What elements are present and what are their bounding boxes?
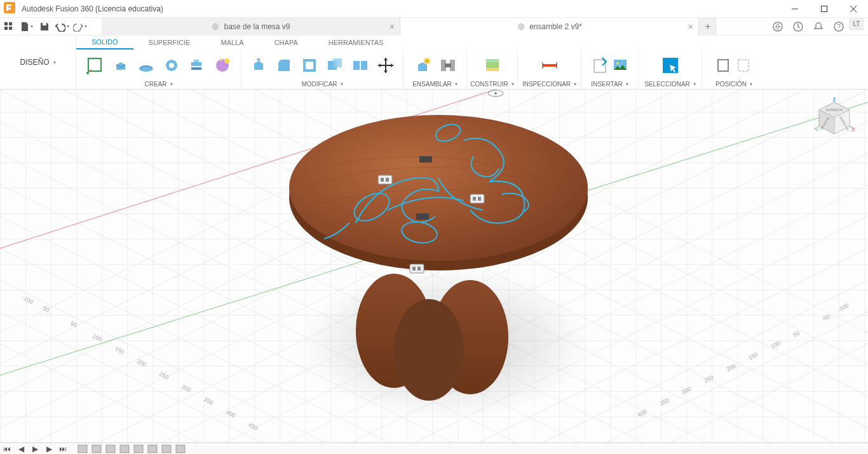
svg-rect-128 [120, 445, 129, 453]
panel-label[interactable]: INSERTAR▾ [591, 79, 628, 89]
svg-point-38 [616, 62, 619, 65]
insert-derive-icon[interactable] [592, 55, 608, 76]
panel-label[interactable]: CONSTRUIR▾ [470, 79, 513, 89]
select-icon[interactable] [660, 55, 681, 76]
close-icon[interactable]: × [390, 22, 395, 32]
timeline-feature[interactable] [161, 444, 173, 454]
svg-rect-7 [4, 27, 8, 30]
loft-icon[interactable] [186, 55, 208, 76]
timeline-feature[interactable] [147, 444, 159, 454]
panel-label[interactable]: SELECCIONAR▾ [644, 79, 696, 89]
move-icon[interactable] [375, 55, 397, 76]
svg-rect-14 [88, 58, 101, 71]
joint-icon[interactable] [437, 55, 459, 76]
construct-plane-icon[interactable] [482, 55, 503, 76]
notifications-button[interactable] [808, 18, 829, 36]
unground-icon[interactable] [736, 55, 752, 76]
sketch-icon[interactable] [85, 55, 106, 76]
tab-ensamble-2[interactable]: ensamble 2 v9* × [400, 18, 699, 36]
svg-rect-108 [419, 156, 432, 163]
workspace-switcher[interactable]: DISEÑO ▾ [0, 36, 76, 89]
svg-rect-105 [378, 175, 392, 184]
press-pull-icon[interactable] [248, 55, 269, 76]
panel-label[interactable]: POSICIÓN▾ [715, 79, 752, 89]
panel-crear: CREAR▾ [76, 50, 241, 89]
tab-base-de-la-mesa[interactable]: base de la mesa v9 × [102, 18, 400, 36]
timeline-feature[interactable] [175, 444, 187, 454]
timeline-play-button[interactable]: ▶ [28, 443, 42, 455]
viewport[interactable]: -100 -50 50 100 150 200 250 300 350 400 … [0, 90, 868, 443]
panel-label[interactable]: INSPECCIONAR▾ [522, 79, 576, 89]
title-bar: Autodesk Fusion 360 (Licencia educativa) [0, 0, 868, 18]
model[interactable] [273, 96, 629, 443]
svg-rect-41 [738, 60, 749, 71]
svg-rect-6 [9, 22, 12, 25]
extensions-button[interactable] [768, 18, 788, 36]
split-icon[interactable] [349, 55, 371, 76]
svg-text:250: 250 [158, 371, 170, 381]
window-title: Autodesk Fusion 360 (Licencia educativa) [22, 4, 780, 13]
redo-button[interactable]: ▾ [71, 18, 89, 36]
svg-rect-27 [333, 58, 342, 67]
timeline-feature[interactable] [91, 444, 104, 454]
svg-rect-126 [92, 445, 101, 453]
tab-label: ensamble 2 v9* [529, 22, 582, 31]
svg-text:-50: -50 [820, 313, 831, 323]
timeline-feature[interactable] [133, 444, 146, 454]
fillet-icon[interactable] [273, 55, 295, 76]
combine-icon[interactable] [324, 55, 346, 76]
tab-chapa[interactable]: CHAPA [259, 36, 313, 50]
svg-rect-2 [822, 6, 827, 11]
user-badge[interactable]: LT [849, 18, 864, 30]
insert-image-icon[interactable] [612, 55, 628, 76]
tab-solido[interactable]: SOLIDO [76, 36, 133, 50]
timeline-start-button[interactable]: ⏮ [0, 443, 14, 455]
svg-rect-127 [106, 445, 115, 453]
svg-text:200: 200 [725, 363, 736, 373]
timeline-feature[interactable] [119, 444, 132, 454]
timeline-forward-button[interactable]: ▶ [42, 443, 56, 455]
panel-label[interactable]: ENSAMBLAR▾ [412, 79, 458, 89]
save-button[interactable] [36, 18, 53, 36]
extrude-icon[interactable] [110, 55, 132, 76]
undo-button[interactable]: ▾ [53, 18, 71, 36]
document-tabs: base de la mesa v9 × ensamble 2 v9* × + [102, 18, 768, 36]
close-button[interactable] [839, 0, 868, 18]
svg-rect-110 [470, 194, 484, 203]
revolve-icon[interactable] [135, 55, 157, 76]
create-form-icon[interactable] [212, 55, 233, 76]
svg-text:200: 200 [136, 358, 147, 368]
new-tab-button[interactable]: + [699, 18, 717, 36]
measure-icon[interactable] [539, 55, 560, 76]
close-icon[interactable]: × [688, 22, 693, 32]
svg-text:-100: -100 [836, 302, 850, 313]
timeline-feature[interactable] [105, 444, 118, 454]
timeline-end-button[interactable]: ⏭ [56, 443, 70, 455]
data-panel-button[interactable] [0, 18, 18, 36]
svg-text:350: 350 [658, 397, 670, 407]
svg-rect-35 [486, 59, 499, 68]
maximize-button[interactable] [810, 0, 839, 18]
ground-icon[interactable] [715, 55, 732, 76]
panel-posicion: POSICIÓN▾ [702, 50, 766, 89]
timeline-back-button[interactable]: ◀ [14, 443, 28, 455]
panel-label[interactable]: CREAR▾ [144, 79, 172, 89]
tab-superficie[interactable]: SUPERFICIE [133, 36, 206, 50]
tab-herramientas[interactable]: HERRAMIENTAS [313, 36, 399, 50]
sweep-icon[interactable] [161, 55, 182, 76]
svg-text:250: 250 [703, 374, 714, 384]
tab-malla[interactable]: MALLA [206, 36, 259, 50]
panel-ensamblar: ENSAMBLAR▾ [403, 50, 467, 89]
panel-label[interactable]: MODIFICAR▾ [301, 79, 342, 89]
new-component-icon[interactable] [412, 55, 433, 76]
help-button[interactable]: ? [829, 18, 849, 36]
svg-rect-28 [353, 61, 360, 70]
new-file-button[interactable]: ▾ [18, 18, 36, 36]
timeline: ⏮ ◀ ▶ ▶ ⏭ [0, 443, 868, 454]
viewcube[interactable]: SUPERIOR FRONTAL DERECHA Z Y X [812, 97, 857, 142]
timeline-feature[interactable] [77, 444, 90, 454]
shell-icon[interactable] [299, 55, 320, 76]
updates-button[interactable] [788, 18, 808, 36]
svg-point-23 [224, 58, 229, 63]
minimize-button[interactable] [780, 0, 810, 18]
